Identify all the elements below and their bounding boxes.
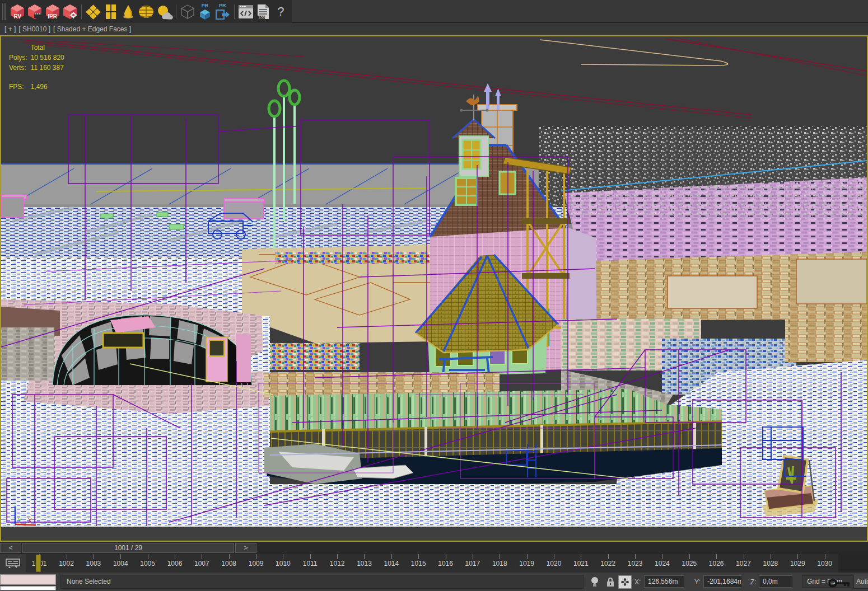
frame-label-1005[interactable]: 1005 <box>134 554 161 573</box>
selection-prompt: None Selected <box>60 575 584 589</box>
frame-tick <box>500 554 500 559</box>
viewport-canvas[interactable]: Y X Total Polys: 10 516 820 Verts: 11 16… <box>1 36 867 527</box>
phoenix-ocean-button[interactable] <box>137 2 155 21</box>
frame-label-1018[interactable]: 1018 <box>486 554 513 573</box>
absolute-relative-toggle[interactable] <box>618 575 632 589</box>
frame-label-1023[interactable]: 1023 <box>622 554 648 573</box>
wire-cube-icon <box>179 3 196 20</box>
proxy-cube-button[interactable] <box>179 2 196 21</box>
time-slider-track[interactable]: 1001 / 29 <box>22 543 234 553</box>
x-coordinate-field[interactable]: 126,556m <box>644 575 684 588</box>
status-bar: None Selected X: 126,556m Y: -201,1684 <box>0 573 868 591</box>
z-coordinate-field[interactable]: 0,0m <box>759 575 792 588</box>
timeline-ruler[interactable]: 1001100210031004100510061007100810091010… <box>26 554 838 573</box>
frame-tick <box>175 554 175 559</box>
vray-animation-render-button[interactable] <box>26 2 44 21</box>
frame-label-1011[interactable]: 1011 <box>297 554 324 573</box>
frame-tick <box>446 554 446 559</box>
viewport-menu-shading[interactable]: [ Shaded + Edged Faces ] <box>53 25 131 33</box>
vray-render-button[interactable]: RV <box>9 2 26 21</box>
frame-label-1020[interactable]: 1020 <box>540 554 567 573</box>
stats-verts-value: 11 160 387 <box>31 63 67 72</box>
listener-macro-line[interactable] <box>0 574 56 585</box>
log-viewer-button[interactable]: .LOG <box>255 2 272 21</box>
frame-tick <box>310 554 311 559</box>
auto-key-button[interactable]: Auto <box>853 575 868 589</box>
selection-lock-button[interactable] <box>604 575 617 589</box>
frame-tick <box>554 554 554 559</box>
frame-label-1012[interactable]: 1012 <box>324 554 351 573</box>
previous-frame-button[interactable]: < <box>0 543 21 553</box>
help-button[interactable]: ? <box>272 2 290 21</box>
transform-gizmo-icon <box>620 577 630 587</box>
toolbar-grip-handle[interactable] <box>2 3 6 20</box>
forest-scatter-button[interactable] <box>85 2 102 21</box>
viewport-menu-general[interactable]: [ + ] <box>4 25 16 33</box>
frame-label-1009[interactable]: 1009 <box>242 554 269 573</box>
frame-label-1008[interactable]: 1008 <box>216 554 242 573</box>
vray-ipr-button[interactable]: IPR <box>44 2 61 21</box>
frame-tick <box>202 554 202 559</box>
frame-label-1007[interactable]: 1007 <box>188 554 215 573</box>
frame-tick <box>283 554 283 559</box>
frame-label-1003[interactable]: 1003 <box>80 554 107 573</box>
frame-label-1006[interactable]: 1006 <box>161 554 188 573</box>
toolbar-panel: RV IPR <box>0 0 292 23</box>
timeline-playhead[interactable] <box>36 555 41 572</box>
viewport-scene[interactable]: Y X <box>1 36 867 527</box>
phoenix-liquid-button[interactable] <box>119 2 137 21</box>
frame-label-1028[interactable]: 1028 <box>757 554 784 573</box>
isolate-toggle-button[interactable] <box>588 575 601 589</box>
frame-label-1021[interactable]: 1021 <box>567 554 594 573</box>
frame-label-1022[interactable]: 1022 <box>595 554 622 573</box>
frame-label-1025[interactable]: 1025 <box>676 554 703 573</box>
listener-script-line[interactable] <box>0 586 56 590</box>
frame-label-1016[interactable]: 1016 <box>432 554 459 573</box>
frame-label-1026[interactable]: 1026 <box>703 554 730 573</box>
3dsmax-window: RV IPR <box>0 0 868 591</box>
frame-label-1024[interactable]: 1024 <box>648 554 675 573</box>
script-editor-button[interactable] <box>237 2 255 21</box>
frame-tick <box>364 554 365 559</box>
proxy-export-button[interactable]: PR <box>197 2 214 21</box>
set-key-button[interactable] <box>828 577 852 589</box>
y-coordinate-field[interactable]: -201,1684m <box>703 575 741 588</box>
frame-tick <box>527 554 528 559</box>
frame-label-1004[interactable]: 1004 <box>107 554 134 573</box>
frame-tick <box>473 554 473 559</box>
railclone-button[interactable] <box>102 2 119 21</box>
vray-settings-button[interactable] <box>61 2 78 21</box>
y-coordinate-label: Y: <box>694 576 701 588</box>
next-frame-button[interactable]: > <box>235 543 256 553</box>
frame-label-1002[interactable]: 1002 <box>53 554 80 573</box>
frame-label-1029[interactable]: 1029 <box>784 554 811 573</box>
viewport-menu-camera[interactable]: [ SH0010 ] <box>18 25 50 33</box>
frame-label-1027[interactable]: 1027 <box>730 554 757 573</box>
frame-label-1014[interactable]: 1014 <box>378 554 405 573</box>
frame-label-1015[interactable]: 1015 <box>405 554 432 573</box>
frame-tick <box>337 554 338 559</box>
frame-tick <box>716 554 717 559</box>
stats-total-header: Total <box>31 43 67 52</box>
proxy-import-button[interactable]: PR <box>214 2 231 21</box>
maxscript-mini-listener[interactable] <box>0 574 57 591</box>
sun-sky-button[interactable] <box>155 2 173 21</box>
toolbar-separator <box>234 4 235 19</box>
frame-label-1010[interactable]: 1010 <box>269 554 296 573</box>
axis-x-label: X <box>28 518 32 524</box>
vray-gear-icon <box>62 3 78 20</box>
code-window-icon <box>237 3 254 20</box>
vray-ipr-label: IPR <box>44 13 61 20</box>
frame-label-1017[interactable]: 1017 <box>459 554 486 573</box>
frame-label-1013[interactable]: 1013 <box>351 554 377 573</box>
sun-cloud-icon <box>155 3 173 20</box>
stats-verts-label: Verts: <box>9 63 30 72</box>
frame-tick <box>689 554 690 559</box>
frame-label-1030[interactable]: 1030 <box>811 554 838 573</box>
mini-curve-editor-button[interactable] <box>0 554 26 573</box>
frame-label-1019[interactable]: 1019 <box>513 554 540 573</box>
key-icon <box>828 578 852 589</box>
frame-tick <box>581 554 581 559</box>
axis-y-label: Y <box>18 518 22 524</box>
frame-tick <box>635 554 636 559</box>
